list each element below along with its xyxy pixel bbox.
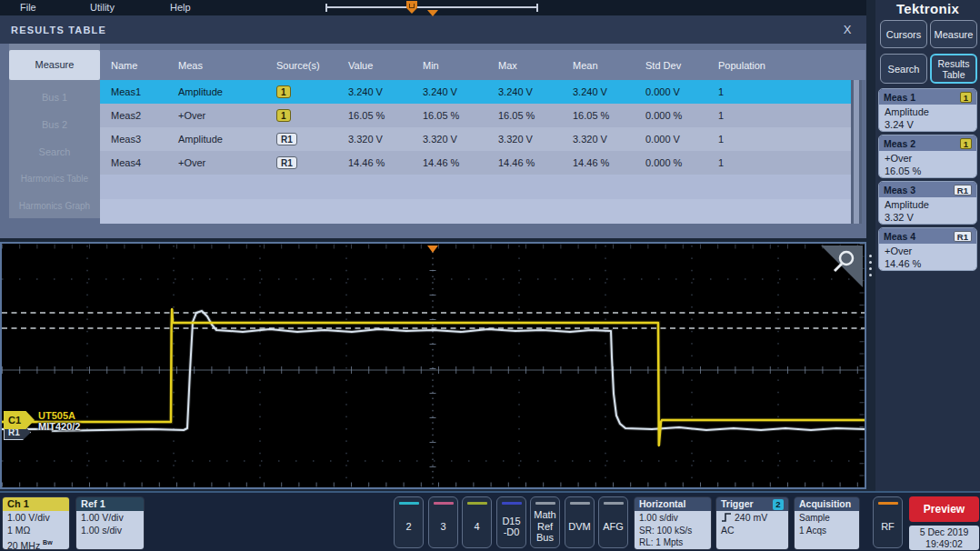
- cell-value: 16.05 %: [337, 110, 412, 121]
- time-text: 19:49:02: [909, 538, 979, 550]
- col-population: Population: [707, 60, 865, 71]
- cell-name: Meas2: [100, 110, 167, 121]
- dvm-button[interactable]: DVM: [565, 496, 595, 548]
- cell-std-dev: 0.000 %: [635, 157, 707, 168]
- menu-file[interactable]: File: [20, 2, 36, 13]
- meas-3-card[interactable]: Meas 3R1 Amplitude3.32 V: [878, 181, 977, 225]
- cell-population: 1: [707, 157, 851, 168]
- ref1-badge-title: Ref 1: [81, 497, 105, 511]
- results-table-button-line2: Table: [942, 69, 965, 80]
- channel-3-button[interactable]: 3: [428, 496, 458, 548]
- ch1-scale: 1.00 V/div: [7, 512, 65, 525]
- table-row[interactable]: Meas4 +Over R1 14.46 % 14.46 % 14.46 % 1…: [100, 151, 851, 175]
- cell-min: 3.320 V: [412, 134, 487, 145]
- meas-3-value: 3.32 V: [885, 211, 971, 224]
- cell-value: 3.320 V: [337, 134, 412, 145]
- table-row[interactable]: Meas2 +Over 1 16.05 % 16.05 % 16.05 % 16…: [100, 104, 851, 127]
- datetime-display[interactable]: 5 Dec 2019 19:49:02: [909, 526, 979, 550]
- source-badge-ch1: 1: [960, 92, 972, 103]
- bandwidth-limit-icon: Bw: [43, 539, 53, 546]
- trace-label-ref1: MIT420/2: [38, 421, 80, 432]
- rf-color-stripe: [878, 502, 898, 505]
- tektronix-logo: Tektronix: [875, 1, 980, 16]
- math-ref-bus-button[interactable]: MathRefBus: [530, 496, 560, 548]
- col-meas: Meas: [167, 60, 265, 71]
- results-table-button-line1: Results: [937, 58, 969, 69]
- source-badge-ref1: R1: [276, 133, 297, 145]
- ch1-badge[interactable]: Ch 1 1.00 V/div 1 MΩ 20 MHz Bw: [2, 496, 70, 550]
- menu-utility[interactable]: Utility: [90, 2, 115, 13]
- tab-bus-1[interactable]: Bus 1: [9, 85, 100, 109]
- rf-button[interactable]: RF: [873, 496, 903, 548]
- channel-4-button[interactable]: 4: [462, 496, 492, 548]
- cell-meas: +Over: [167, 110, 265, 121]
- menu-help[interactable]: Help: [170, 2, 191, 13]
- acquisition-mode: Sample: [799, 512, 855, 525]
- cursors-button[interactable]: Cursors: [880, 20, 927, 48]
- results-panel-header: RESULTS TABLE X: [0, 16, 866, 44]
- preview-button[interactable]: Preview: [909, 496, 979, 522]
- cell-min: 14.46 %: [412, 157, 487, 168]
- cell-population: 1: [707, 134, 851, 145]
- source-badge-ch1: 1: [960, 138, 972, 149]
- ref1-badge[interactable]: Ref 1 1.00 V/div 1.00 s/div: [75, 496, 145, 550]
- cell-std-dev: 0.000 %: [635, 110, 707, 121]
- rising-edge-icon: [721, 512, 732, 523]
- trigger-coupling: AC: [721, 525, 784, 537]
- source-badge-ref1: R1: [276, 156, 297, 169]
- cell-mean: 3.240 V: [562, 86, 635, 97]
- results-table-button[interactable]: Results Table: [930, 54, 977, 84]
- table-row[interactable]: Meas1 Amplitude 1 3.240 V 3.240 V 3.240 …: [100, 80, 851, 104]
- cell-max: 3.320 V: [487, 134, 562, 145]
- tab-harmonics-graph[interactable]: Harmonics Graph: [9, 195, 100, 218]
- meas-2-value: 16.05 %: [885, 165, 971, 177]
- meas-2-type: +Over: [885, 152, 971, 165]
- meas-1-card[interactable]: Meas 11 Amplitude3.24 V: [878, 88, 977, 132]
- cell-value: 3.240 V: [337, 86, 412, 97]
- cell-max: 3.240 V: [487, 86, 562, 97]
- meas-2-title: Meas 2: [884, 138, 915, 149]
- digital-channels-button[interactable]: D15-D0: [496, 496, 526, 548]
- tab-bus-2[interactable]: Bus 2: [9, 113, 100, 136]
- tab-search[interactable]: Search: [9, 140, 100, 164]
- waveform-display[interactable]: R1 C1 UT505A MIT420/2: [0, 242, 866, 489]
- col-max: Max: [487, 60, 562, 71]
- panel-splitter-handle[interactable]: [866, 251, 875, 278]
- meas-1-title: Meas 1: [884, 92, 915, 103]
- horizontal-badge[interactable]: Horizontal 1.00 s/div SR: 100 kS/s RL: 1…: [634, 496, 712, 550]
- measure-button[interactable]: Measure: [930, 20, 977, 48]
- cell-name: Meas4: [100, 157, 167, 168]
- digital-color-stripe: [502, 502, 522, 505]
- cell-name: Meas3: [100, 134, 167, 145]
- col-value: Value: [337, 60, 412, 71]
- cell-meas: Amplitude: [167, 86, 265, 97]
- tab-measure[interactable]: Measure: [9, 50, 100, 80]
- trigger-indicator-icon: [427, 10, 438, 16]
- table-scrollbar[interactable]: [851, 80, 862, 224]
- meas-4-card[interactable]: Meas 4R1 +Over14.46 %: [878, 227, 977, 271]
- close-icon[interactable]: X: [839, 22, 855, 38]
- table-row[interactable]: Meas3 Amplitude R1 3.320 V 3.320 V 3.320…: [100, 127, 851, 151]
- table-header-row: Name Meas Source(s) Value Min Max Mean S…: [100, 50, 865, 80]
- cell-source: 1: [265, 109, 337, 122]
- meas-1-type: Amplitude: [885, 105, 971, 118]
- source-badge-ref1: R1: [954, 231, 972, 242]
- meas-2-card[interactable]: Meas 21 +Over16.05 %: [878, 135, 977, 178]
- channel-2-button[interactable]: 2: [394, 496, 424, 548]
- afg-color-stripe: [604, 502, 624, 505]
- trigger-title: Trigger: [721, 497, 754, 511]
- search-button[interactable]: Search: [880, 54, 927, 84]
- math-color-stripe: [535, 502, 555, 505]
- trace-label-ch1: UT505A: [38, 410, 75, 421]
- results-panel-body: Measure Bus 1 Bus 2 Search Harmonics Tab…: [0, 44, 866, 238]
- acquisition-badge[interactable]: Acquisition Sample 1 Acqs: [794, 496, 860, 550]
- afg-button[interactable]: AFG: [598, 496, 628, 548]
- horizontal-scale: 1.00 s/div: [639, 512, 706, 525]
- col-min: Min: [412, 60, 487, 71]
- meas-4-value: 14.46 %: [885, 257, 971, 270]
- col-sources: Source(s): [265, 60, 337, 71]
- trigger-badge[interactable]: Trigger 2 240 mV AC: [715, 496, 789, 550]
- ref1-hscale: 1.00 s/div: [81, 525, 139, 537]
- trigger-level: 240 mV: [721, 512, 784, 525]
- tab-harmonics-table[interactable]: Harmonics Table: [9, 167, 100, 191]
